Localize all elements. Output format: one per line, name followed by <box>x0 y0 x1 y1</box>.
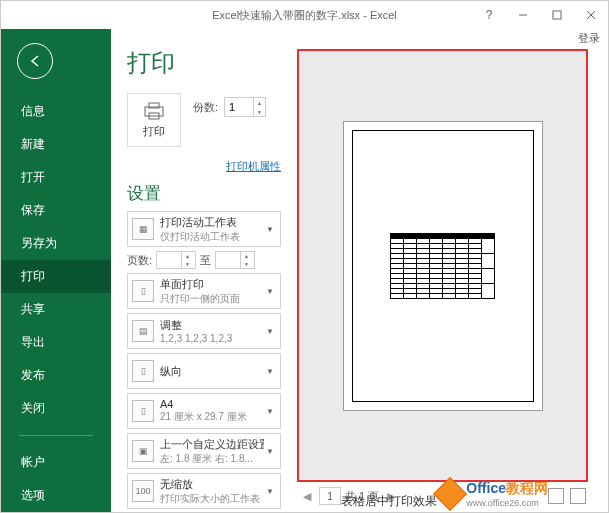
print-button[interactable]: 打印 <box>127 93 181 147</box>
sidebar-item[interactable]: 打开 <box>1 161 111 194</box>
titlebar: Excel快速输入带圈的数字.xlsx - Excel ? <box>1 1 608 29</box>
main-area: 信息新建打开保存另存为打印共享导出发布关闭 帐户选项 打印 打印 份数: 1 ▲… <box>1 29 608 512</box>
sidebar-item[interactable]: 关闭 <box>1 392 111 425</box>
chevron-down-icon: ▼ <box>264 447 276 456</box>
page-from-stepper[interactable]: ▲▼ <box>156 251 196 269</box>
preview-panel: ◀ 1 共 1 页 ▶ <box>291 29 608 512</box>
sidebar-item[interactable]: 导出 <box>1 326 111 359</box>
margins-dropdown[interactable]: ▣ 上一个自定义边距设置左: 1.8 厘米 右: 1.8... ▼ <box>127 433 281 469</box>
sidebar-item[interactable]: 新建 <box>1 128 111 161</box>
show-margins-icon[interactable] <box>548 488 564 504</box>
nav-list: 信息新建打开保存另存为打印共享导出发布关闭 <box>1 95 111 425</box>
scaling-icon: 100 <box>132 480 154 502</box>
prev-page-button[interactable]: ◀ <box>299 490 315 503</box>
preview-area <box>297 49 588 482</box>
printer-icon <box>143 102 165 120</box>
margins-icon: ▣ <box>132 440 154 462</box>
chevron-down-icon: ▼ <box>264 327 276 336</box>
preview-table <box>390 233 495 299</box>
window-controls: ? <box>472 1 608 29</box>
sheet-icon: ▦ <box>132 218 154 240</box>
sidebar-item[interactable]: 打印 <box>1 260 111 293</box>
sidebar-item[interactable]: 选项 <box>1 479 111 512</box>
collate-icon: ▤ <box>132 320 154 342</box>
app-window: Excel快速输入带圈的数字.xlsx - Excel ? 登录 信息新建打开保… <box>0 0 609 513</box>
back-button[interactable] <box>17 43 53 79</box>
nav-separator <box>19 435 93 436</box>
portrait-icon: ▯ <box>132 360 154 382</box>
chevron-down-icon: ▼ <box>264 367 276 376</box>
content-area: 打印 打印 份数: 1 ▲▼ 打印机属性 设置 <box>111 29 608 512</box>
page-to-input[interactable] <box>216 252 240 268</box>
scaling-dropdown[interactable]: 100 无缩放打印实际大小的工作表 ▼ <box>127 473 281 509</box>
logo-icon <box>433 477 467 511</box>
sidebar-item[interactable]: 保存 <box>1 194 111 227</box>
signin-link[interactable]: 登录 <box>578 31 600 46</box>
chevron-down-icon: ▼ <box>264 225 276 234</box>
sidebar-item[interactable]: 信息 <box>1 95 111 128</box>
page-icon: ▯ <box>132 400 154 422</box>
close-icon[interactable] <box>574 1 608 29</box>
zoom-to-page-icon[interactable] <box>570 488 586 504</box>
page-from-input[interactable] <box>157 252 181 268</box>
chevron-up-icon[interactable]: ▲ <box>253 98 265 107</box>
page-to-stepper[interactable]: ▲▼ <box>215 251 255 269</box>
chevron-down-icon: ▼ <box>264 407 276 416</box>
page-range-row: 页数: ▲▼ 至 ▲▼ <box>127 251 281 269</box>
svg-rect-1 <box>553 11 561 19</box>
orientation-dropdown[interactable]: ▯ 纵向 ▼ <box>127 353 281 389</box>
sidebar: 信息新建打开保存另存为打印共享导出发布关闭 帐户选项 <box>1 29 111 512</box>
chevron-down-icon: ▼ <box>264 287 276 296</box>
chevron-down-icon[interactable]: ▼ <box>253 107 265 116</box>
print-what-dropdown[interactable]: ▦ 打印活动工作表仅打印活动工作表 ▼ <box>127 211 281 247</box>
maximize-icon[interactable] <box>540 1 574 29</box>
collate-dropdown[interactable]: ▤ 调整1,2,3 1,2,3 1,2,3 ▼ <box>127 313 281 349</box>
copies-label: 份数: <box>193 100 218 115</box>
sides-dropdown[interactable]: ▯ 单面打印只打印一侧的页面 ▼ <box>127 273 281 309</box>
arrow-left-icon <box>27 53 43 69</box>
watermark: Office教程网 www.office26.com <box>438 479 548 508</box>
sidebar-item[interactable]: 共享 <box>1 293 111 326</box>
printer-properties-link[interactable]: 打印机属性 <box>127 159 281 174</box>
minimize-icon[interactable] <box>506 1 540 29</box>
preview-page <box>343 121 543 411</box>
chevron-down-icon: ▼ <box>264 487 276 496</box>
settings-panel: 打印 打印 份数: 1 ▲▼ 打印机属性 设置 <box>111 29 291 512</box>
sidebar-item[interactable]: 帐户 <box>1 446 111 479</box>
settings-title: 设置 <box>127 182 281 205</box>
help-icon[interactable]: ? <box>472 1 506 29</box>
paper-size-dropdown[interactable]: ▯ A421 厘米 x 29.7 厘米 ▼ <box>127 393 281 429</box>
sidebar-item[interactable]: 另存为 <box>1 227 111 260</box>
page-title: 打印 <box>127 47 281 79</box>
nav-list-secondary: 帐户选项 <box>1 446 111 512</box>
figure-caption: 表格居中打印效果 <box>341 493 437 510</box>
window-title: Excel快速输入带圈的数字.xlsx - Excel <box>212 8 397 23</box>
page-single-icon: ▯ <box>132 280 154 302</box>
copies-stepper[interactable]: 1 ▲▼ <box>224 97 266 117</box>
current-page-field[interactable]: 1 <box>319 487 341 505</box>
sidebar-item[interactable]: 发布 <box>1 359 111 392</box>
